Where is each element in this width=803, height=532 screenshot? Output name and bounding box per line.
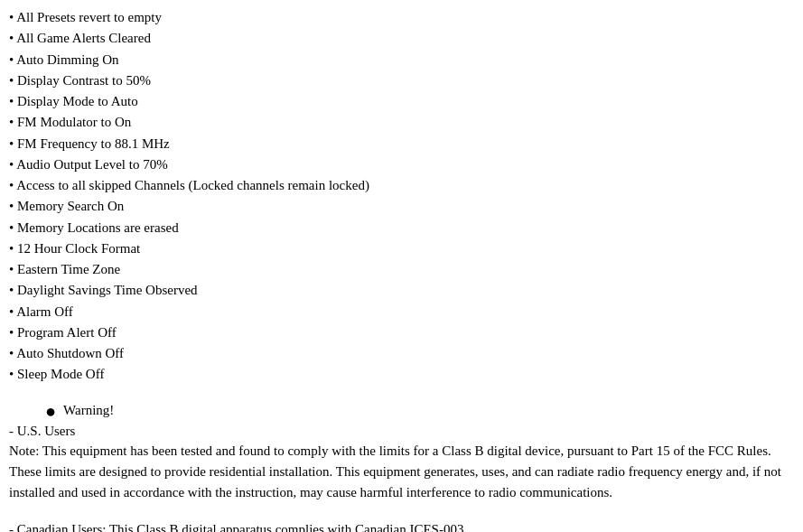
- main-bullet-list: • All Presets revert to empty• All Game …: [9, 7, 794, 386]
- list-item: • FM Frequency to 88.1 MHz: [9, 134, 794, 154]
- canadian-section: - Canadian Users: This Class B digital a…: [9, 519, 794, 532]
- warning-label: Warning!: [63, 403, 114, 418]
- list-item: • FM Modulator to On: [9, 112, 794, 133]
- list-item: • Memory Locations are erased: [9, 218, 794, 238]
- warning-section: ● Warning!: [9, 402, 794, 420]
- warning-bullet-icon: ●: [45, 402, 56, 420]
- list-item: • Auto Dimming On: [9, 50, 794, 70]
- canadian-line1: - Canadian Users: This Class B digital a…: [9, 519, 794, 532]
- list-item: • Daylight Savings Time Observed: [9, 280, 794, 301]
- list-item: • Program Alert Off: [9, 322, 794, 343]
- fcc-note: Note: This equipment has been tested and…: [9, 441, 794, 504]
- list-item: • Sleep Mode Off: [9, 364, 794, 385]
- list-item: • Audio Output Level to 70%: [9, 154, 794, 175]
- list-item: • All Presets revert to empty: [9, 7, 794, 28]
- list-item: • Eastern Time Zone: [9, 259, 794, 280]
- list-item: • Auto Shutdown Off: [9, 343, 794, 364]
- list-item: • All Game Alerts Cleared: [9, 28, 794, 49]
- list-item: • Access to all skipped Channels (Locked…: [9, 175, 794, 196]
- list-item: • Display Contrast to 50%: [9, 70, 794, 91]
- list-item: • 12 Hour Clock Format: [9, 238, 794, 259]
- list-item: • Display Mode to Auto: [9, 91, 794, 112]
- list-item: • Memory Search On: [9, 196, 794, 217]
- us-users-label: - U.S. Users: [9, 424, 794, 439]
- list-item: • Alarm Off: [9, 302, 794, 322]
- warning-row: ● Warning!: [45, 402, 794, 420]
